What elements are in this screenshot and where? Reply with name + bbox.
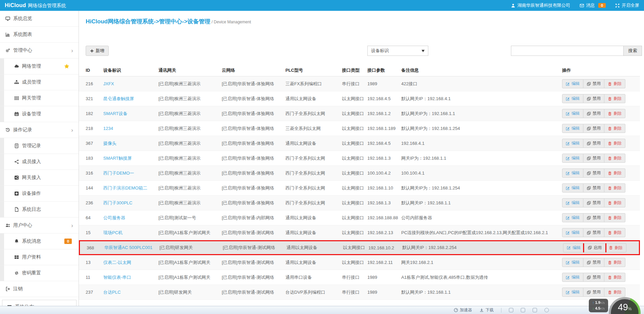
device-name-link[interactable]: 华辰智通AC 500PLC001: [104, 245, 159, 251]
cell-gw: [已启用]株洲三菱演示: [158, 111, 222, 117]
disable-button[interactable]: 禁用: [583, 228, 604, 237]
disable-button[interactable]: 禁用: [583, 213, 604, 222]
add-button[interactable]: 新增: [86, 46, 109, 56]
sidebar-item-11[interactable]: 网关接入: [0, 170, 79, 186]
edit-button[interactable]: 编辑: [562, 273, 583, 282]
edit-button[interactable]: 编辑: [562, 94, 583, 103]
statusbar-icon[interactable]: [533, 308, 537, 312]
delete-button[interactable]: 删除: [604, 228, 625, 237]
edit-button[interactable]: 编辑: [562, 213, 583, 222]
edit-button[interactable]: 编辑: [562, 124, 583, 133]
disable-button[interactable]: 禁用: [583, 198, 604, 207]
disable-button[interactable]: 禁用: [583, 139, 604, 148]
statusbar-accelerator[interactable]: 加速器: [454, 307, 472, 313]
fullscreen-button[interactable]: 开启全屏: [615, 2, 639, 8]
device-name-link[interactable]: 智能仪表-串口: [103, 274, 158, 281]
statusbar-icon[interactable]: [544, 308, 549, 312]
device-name-link[interactable]: SMART触摸屏: [103, 155, 158, 161]
disable-button[interactable]: 禁用: [583, 169, 604, 178]
cell-iface: 以太网接口: [342, 155, 367, 161]
disable-button[interactable]: 禁用: [583, 288, 604, 297]
clone-icon: [587, 186, 591, 190]
device-name-link[interactable]: JXFX: [103, 81, 158, 86]
table-row: 15现场PC机[已启用]A1栋客户测试网关[已启用]华辰智通-测试网络通用以太网…: [79, 225, 640, 240]
sidebar-item-4[interactable]: 网络管理: [0, 59, 79, 74]
disable-button[interactable]: 禁用: [583, 94, 604, 103]
sidebar-item-3[interactable]: 管理中心›: [0, 43, 79, 59]
edit-button[interactable]: 编辑: [562, 154, 583, 163]
delete-button[interactable]: 删除: [604, 258, 625, 267]
sidebar-item-6[interactable]: 网关管理: [0, 90, 79, 106]
disable-button[interactable]: 禁用: [583, 154, 604, 163]
browser-statusbar: 加速器下载: [0, 306, 644, 314]
device-name-link[interactable]: 西门子300PLC: [103, 200, 158, 206]
sidebar-item-13[interactable]: 系统日志: [0, 202, 79, 218]
edit-button[interactable]: 编辑: [562, 228, 583, 237]
disable-button[interactable]: 禁用: [583, 273, 604, 282]
delete-button[interactable]: 删除: [605, 243, 626, 252]
sidebar-item-7[interactable]: 设备管理: [0, 106, 79, 122]
statusbar-icon[interactable]: [509, 308, 513, 312]
search-input[interactable]: [511, 46, 623, 56]
sidebar-item-1[interactable]: 系统总览: [0, 11, 79, 27]
sidebar-item-15[interactable]: 系统消息0: [0, 233, 79, 249]
th-large-icon: [14, 255, 19, 260]
cell-cloud: [已启用]华辰智通-体验网络: [222, 170, 285, 176]
delete-button[interactable]: 删除: [604, 124, 625, 133]
disable-button[interactable]: 禁用: [583, 183, 604, 193]
statusbar-icon[interactable]: [521, 308, 525, 312]
device-name-link[interactable]: 1234: [103, 126, 158, 131]
enable-button[interactable]: 启用: [584, 243, 605, 252]
device-name-link[interactable]: 仪表二-以太网: [103, 260, 158, 266]
company-menu[interactable]: 湖南华辰智通科技有限公司: [511, 2, 570, 8]
sidebar-item-2[interactable]: 系统图表: [0, 27, 79, 43]
edit-button[interactable]: 编辑: [562, 198, 583, 207]
sidebar-item-12[interactable]: 设备操作: [0, 186, 79, 202]
sidebar-item-label: 管理记录: [22, 143, 41, 149]
delete-button[interactable]: 删除: [604, 273, 625, 282]
device-name-link[interactable]: 西门子演示DEMO箱二: [103, 185, 158, 191]
device-name-link[interactable]: SMART设备: [103, 111, 158, 117]
delete-button[interactable]: 删除: [604, 169, 625, 178]
sidebar-item-10[interactable]: 成员接入: [0, 154, 79, 170]
sidebar-item-9[interactable]: 管理记录: [0, 138, 79, 154]
disable-button[interactable]: 禁用: [583, 109, 604, 118]
edit-button[interactable]: 编辑: [562, 258, 583, 267]
device-name-link[interactable]: 西门子DEMO一: [103, 170, 158, 176]
disable-button[interactable]: 禁用: [583, 79, 604, 88]
device-name-link[interactable]: 摄像头: [103, 140, 158, 147]
delete-button[interactable]: 删除: [604, 94, 625, 103]
messages-menu[interactable]: 消息 0: [580, 2, 606, 8]
delete-button[interactable]: 删除: [604, 154, 625, 163]
edit-button[interactable]: 编辑: [562, 139, 583, 148]
delete-button[interactable]: 删除: [604, 213, 625, 222]
delete-button[interactable]: 删除: [604, 109, 625, 118]
sidebar-item-17[interactable]: 密码重置: [0, 265, 79, 281]
filter-select[interactable]: 设备标识: [367, 46, 428, 56]
delete-button[interactable]: 删除: [604, 288, 625, 297]
edit-button[interactable]: 编辑: [562, 288, 583, 297]
device-name-link[interactable]: 现场PC机: [103, 230, 158, 236]
delete-button[interactable]: 删除: [604, 79, 625, 88]
edit-button[interactable]: 编辑: [563, 243, 584, 252]
device-name-link[interactable]: 公司服务器: [103, 215, 158, 221]
device-name-link[interactable]: 台达PLC: [103, 289, 158, 295]
statusbar-download[interactable]: 下载: [479, 307, 494, 313]
disable-button[interactable]: 禁用: [583, 258, 604, 267]
sidebar-item-5[interactable]: 成员管理: [0, 74, 79, 90]
device-name-link[interactable]: 昆仑通泰触摸屏: [103, 96, 158, 102]
cell-remark: 192.168.4.1: [401, 141, 562, 146]
disable-button[interactable]: 禁用: [583, 124, 604, 133]
sidebar-item-16[interactable]: 用户资料: [0, 249, 79, 265]
search-button[interactable]: 搜索: [623, 46, 642, 56]
sidebar-item-14[interactable]: 用户中心›: [0, 218, 79, 233]
edit-button[interactable]: 编辑: [562, 79, 583, 88]
delete-button[interactable]: 删除: [604, 183, 625, 193]
sidebar-item-18[interactable]: 注销: [0, 281, 79, 297]
delete-button[interactable]: 删除: [604, 139, 625, 148]
edit-button[interactable]: 编辑: [562, 169, 583, 178]
edit-button[interactable]: 编辑: [562, 183, 583, 193]
edit-button[interactable]: 编辑: [562, 109, 583, 118]
delete-button[interactable]: 删除: [604, 198, 625, 207]
sidebar-item-8[interactable]: 操作记录›: [0, 122, 79, 138]
